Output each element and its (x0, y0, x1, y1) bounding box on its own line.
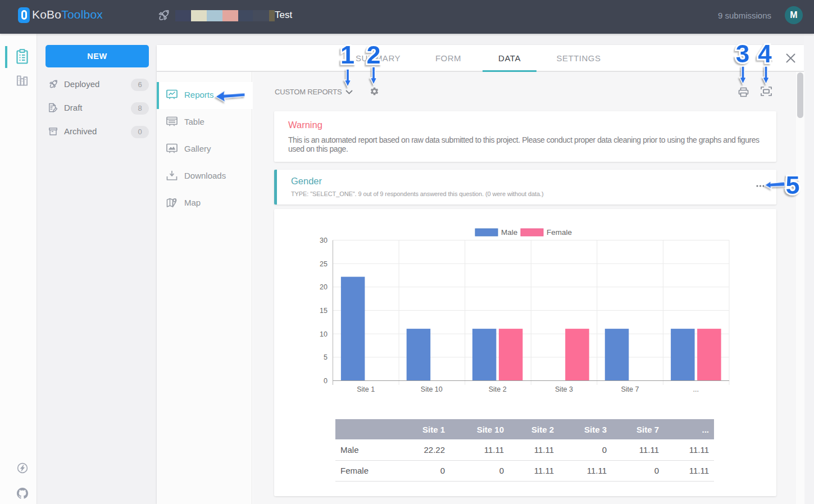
svg-text:4: 4 (758, 40, 772, 67)
svg-text:1: 1 (340, 40, 354, 69)
svg-text:2: 2 (366, 40, 380, 69)
svg-text:3: 3 (736, 40, 749, 67)
svg-text:5: 5 (785, 171, 799, 199)
